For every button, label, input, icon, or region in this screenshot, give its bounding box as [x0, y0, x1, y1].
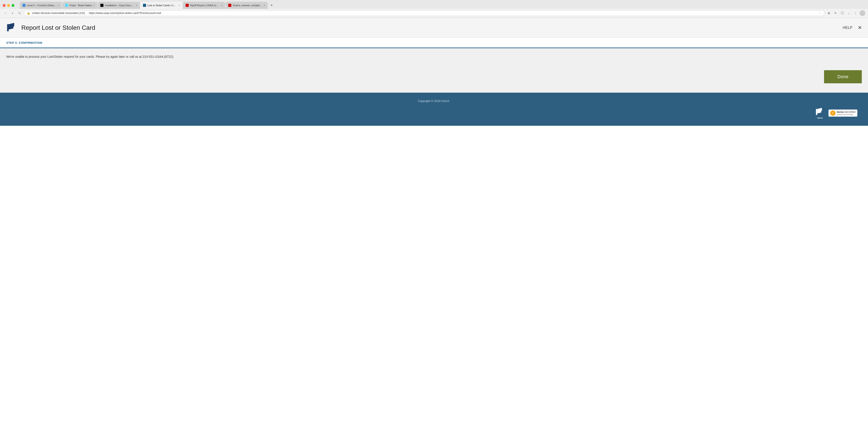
extensions-button[interactable]: ⊕: [826, 10, 832, 16]
usaa-logo-area: Report Lost or Stolen Card: [6, 22, 95, 33]
share-button[interactable]: ✎: [833, 10, 838, 16]
profile-avatar[interactable]: [860, 10, 865, 16]
omnibar[interactable]: 🔒 United Services Automobile Association…: [24, 10, 825, 16]
lock-icon: 🔒: [27, 11, 30, 15]
tab-favicon: [100, 4, 103, 7]
tab-label: Level 2 – Function Defaults | J…: [27, 4, 57, 7]
norton-check-icon: ✓: [830, 110, 836, 116]
norton-secured-label: SECURED: [845, 111, 856, 113]
page-wrapper: Report Lost or Stolen Card HELP ✕ STEP 3…: [0, 18, 868, 126]
browser-tab-tab6[interactable]: Scams, reviews, complaints, la…×: [225, 2, 268, 9]
page-footer: Copyright © 2019 USAA. USAA ✓ Nort: [0, 93, 868, 126]
omnibar-separator: |: [86, 11, 87, 15]
traffic-lights: [3, 4, 14, 7]
norton-badge: ✓ Norton SECURED powered by VeriSign: [829, 110, 857, 117]
svg-rect-5: [816, 109, 817, 115]
norton-label: Norton: [837, 111, 844, 113]
step-bar: STEP 3: CONFIRMATION: [0, 38, 868, 48]
done-button[interactable]: Done: [824, 70, 862, 83]
tab-favicon: [228, 4, 231, 7]
menu-button[interactable]: ⋮: [853, 10, 858, 16]
browser-tab-tab4[interactable]: Lost or Stolen Cards | USAA R…×: [140, 2, 183, 9]
help-link[interactable]: HELP: [843, 26, 852, 30]
step-label: STEP 3: CONFIRMATION: [6, 41, 42, 45]
tab-close-button[interactable]: ×: [264, 4, 265, 7]
browser-tab-tab3[interactable]: Installation – Expo Documentat…×: [98, 2, 140, 9]
footer-copyright: Copyright © 2019 USAA.: [6, 99, 862, 103]
tabs-bar: Level 2 – Function Defaults | J…×Props ·…: [20, 2, 268, 9]
tab-favicon: [23, 4, 26, 7]
tab-label: Installation – Expo Documentat…: [105, 4, 134, 7]
omnibar-domain: United Services Automobile Association […: [32, 11, 85, 15]
page-header: Report Lost or Stolen Card HELP ✕: [0, 18, 868, 38]
usaa-footer-text: USAA: [817, 117, 823, 119]
tab-label: Lost or Stolen Cards | USAA R…: [147, 4, 177, 7]
close-page-button[interactable]: ✕: [858, 25, 862, 31]
tab-close-button[interactable]: ×: [58, 4, 59, 7]
refresh-button[interactable]: ↻: [17, 10, 22, 16]
bookmark-star-icon[interactable]: ☆: [819, 11, 822, 15]
browser-tab-tab5[interactable]: Ripoff Report | USAA complain…×: [183, 2, 225, 9]
tab-label: Ripoff Report | USAA complain…: [190, 4, 220, 7]
tab-close-button[interactable]: ×: [136, 4, 137, 7]
usaa-logo-icon: [6, 22, 18, 33]
tab-close-button[interactable]: ×: [221, 4, 222, 7]
browser-tab-tab1[interactable]: Level 2 – Function Defaults | J…×: [20, 2, 62, 9]
footer-logos: USAA ✓ Norton SECURED powered by VeriSig…: [6, 107, 862, 119]
page-title: Report Lost or Stolen Card: [21, 24, 95, 31]
usaa-footer-logo: USAA: [815, 107, 825, 119]
error-message: We're unable to process your Lost/Stolen…: [6, 54, 862, 59]
browser-tab-tab2[interactable]: Props · React Native×: [62, 2, 97, 9]
omnibar-actions: ⊕ ✎ ⓘ ↓ ⋮: [826, 10, 865, 16]
forward-button[interactable]: ›: [10, 10, 15, 16]
browser-chrome: Level 2 – Function Defaults | J…×Props ·…: [0, 0, 868, 18]
back-button[interactable]: ‹: [3, 10, 8, 16]
omnibar-row: ‹ › ↻ 🔒 United Services Automobile Assoc…: [0, 9, 868, 18]
info-button[interactable]: ⓘ: [840, 10, 845, 16]
main-content: We're unable to process your Lost/Stolen…: [0, 48, 868, 93]
tab-close-button[interactable]: ×: [93, 4, 95, 7]
minimize-window-button[interactable]: [7, 4, 10, 7]
tab-label: Scams, reviews, complaints, la…: [232, 4, 262, 7]
tab-label: Props · React Native: [69, 4, 92, 7]
svg-rect-1: [7, 24, 9, 31]
done-button-area: Done: [6, 68, 862, 83]
fullscreen-window-button[interactable]: [11, 4, 14, 7]
tab-favicon: [186, 4, 189, 7]
tab-favicon: [143, 4, 146, 7]
close-window-button[interactable]: [3, 4, 5, 7]
tab-close-button[interactable]: ×: [179, 4, 180, 7]
header-actions: HELP ✕: [843, 25, 862, 31]
download-button[interactable]: ↓: [846, 10, 851, 16]
norton-sub-text: powered by VeriSign: [837, 114, 856, 116]
new-tab-button[interactable]: +: [268, 2, 275, 8]
title-bar: Level 2 – Function Defaults | J…×Props ·…: [0, 0, 868, 9]
usaa-footer-logo-icon: [815, 107, 825, 117]
norton-secured-text: Norton SECURED: [837, 111, 856, 114]
tab-favicon: [65, 4, 68, 7]
norton-text-area: Norton SECURED powered by VeriSign: [837, 111, 856, 116]
omnibar-url: https://www.usaa.com/my/lost-stolen-card…: [89, 11, 817, 15]
